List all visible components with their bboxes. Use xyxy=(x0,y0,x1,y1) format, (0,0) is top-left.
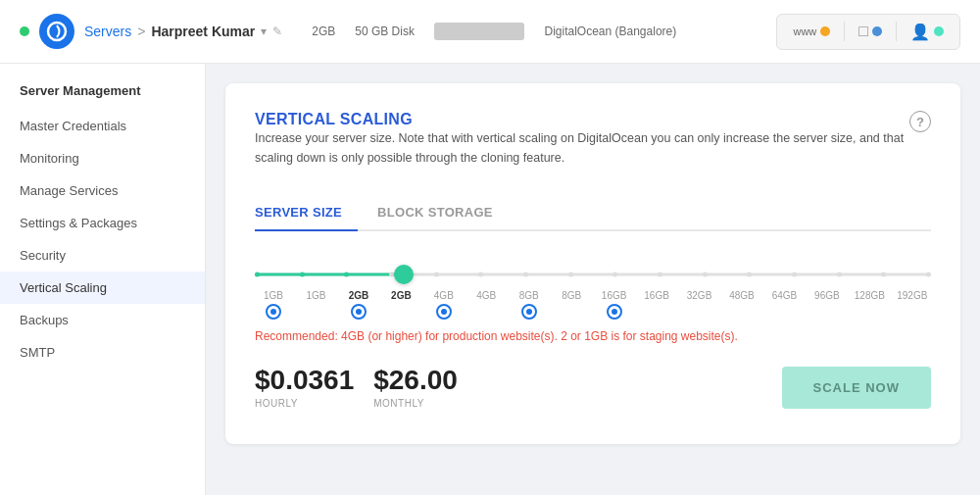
breadcrumb-separator: > xyxy=(137,24,145,39)
www-status-dot xyxy=(820,26,830,36)
svg-point-0 xyxy=(48,23,66,40)
server-meta: 2GB 50 GB Disk █████████ DigitalOcean (B… xyxy=(312,23,676,40)
pricing-row: $0.0361 HOURLY $26.00 MONTHLY SCALE NOW xyxy=(255,365,931,409)
breadcrumb: Servers > Harpreet Kumar ▾ ✎ xyxy=(84,24,282,39)
tab-server-size[interactable]: SERVER SIZE xyxy=(255,197,358,231)
check-icon-7 xyxy=(553,304,590,320)
sidebar-item-smtp[interactable]: SMTP xyxy=(0,336,205,369)
breadcrumb-servers[interactable]: Servers xyxy=(84,24,131,39)
check-icon-15 xyxy=(894,304,931,320)
refresh-circle-4 xyxy=(436,304,452,320)
check-icon-0 xyxy=(255,304,292,320)
help-icon[interactable]: ? xyxy=(909,111,931,132)
size-label-4: 4GB xyxy=(425,290,463,301)
sidebar-item-settings-packages[interactable]: Settings & Packages xyxy=(0,207,205,239)
size-label-1: 1GB xyxy=(297,290,334,301)
user-status-dot xyxy=(934,26,944,36)
card-header: VERTICAL SCALING Increase your server si… xyxy=(255,111,931,187)
check-icon-4 xyxy=(425,304,463,320)
app-logo xyxy=(39,14,74,49)
check-icon-14 xyxy=(851,304,888,320)
card-title: VERTICAL SCALING xyxy=(255,111,909,128)
hourly-label: HOURLY xyxy=(255,398,354,409)
nav-files[interactable]: □ xyxy=(853,21,888,42)
size-label-12: 64GB xyxy=(765,290,803,301)
check-icon-11 xyxy=(723,304,760,320)
size-label-14: 128GB xyxy=(851,290,888,301)
sidebar: Server Management Master Credentials Mon… xyxy=(0,64,206,495)
slider-visual xyxy=(255,265,931,284)
tab-block-storage[interactable]: BLOCK STORAGE xyxy=(377,197,509,231)
topbar-nav: www □ 👤 xyxy=(776,14,960,50)
check-icon-13 xyxy=(808,304,846,320)
scaling-card: VERTICAL SCALING Increase your server si… xyxy=(225,83,960,444)
size-label-8: 16GB xyxy=(596,290,633,301)
price-monthly: $26.00 MONTHLY xyxy=(373,365,458,409)
server-ip: █████████ xyxy=(434,23,525,40)
sidebar-item-master-credentials[interactable]: Master Credentials xyxy=(0,110,205,142)
sidebar-section-title: Server Management xyxy=(0,83,205,110)
nav-www[interactable]: www xyxy=(787,24,836,39)
slider-thumb[interactable] xyxy=(394,265,414,284)
dropdown-arrow-icon[interactable]: ▾ xyxy=(261,25,267,38)
server-provider: DigitalOcean (Bangalore) xyxy=(544,25,676,38)
size-label-7: 8GB xyxy=(553,290,590,301)
size-label-11: 48GB xyxy=(723,290,760,301)
size-label-3: 2GB xyxy=(382,290,419,301)
refresh-circle-2 xyxy=(351,304,367,320)
content-area: VERTICAL SCALING Increase your server si… xyxy=(206,64,980,495)
check-icon-6 xyxy=(511,304,548,320)
sidebar-item-manage-services[interactable]: Manage Services xyxy=(0,174,205,207)
size-label-2: 2GB xyxy=(340,290,377,301)
monthly-label: MONTHLY xyxy=(373,398,458,409)
size-label-13: 96GB xyxy=(808,290,846,301)
check-icon-9 xyxy=(638,304,675,320)
slider-filled xyxy=(255,273,404,276)
nav-divider-1 xyxy=(844,22,845,41)
size-label-15: 192GB xyxy=(894,290,931,301)
price-hourly: $0.0361 HOURLY xyxy=(255,365,354,409)
sidebar-item-vertical-scaling[interactable]: Vertical Scaling xyxy=(0,272,205,304)
sidebar-item-security[interactable]: Security xyxy=(0,239,205,272)
server-disk: 50 GB Disk xyxy=(355,25,415,38)
server-ram: 2GB xyxy=(312,25,335,38)
hourly-amount: $0.0361 xyxy=(255,365,354,396)
size-label-6: 8GB xyxy=(511,290,548,301)
breadcrumb-current: Harpreet Kumar xyxy=(151,24,255,39)
nav-divider-2 xyxy=(896,22,897,41)
check-icons-row xyxy=(255,304,931,320)
main-layout: Server Management Master Credentials Mon… xyxy=(0,64,980,495)
files-status-dot xyxy=(872,26,882,36)
recommendation-text: Recommended: 4GB (or higher) for product… xyxy=(255,329,931,343)
status-dot xyxy=(20,26,29,36)
refresh-circle-8 xyxy=(607,304,622,320)
check-icon-12 xyxy=(765,304,803,320)
sidebar-item-monitoring[interactable]: Monitoring xyxy=(0,142,205,174)
topbar-left: Servers > Harpreet Kumar ▾ ✎ 2GB 50 GB D… xyxy=(20,14,776,49)
sidebar-item-backups[interactable]: Backups xyxy=(0,304,205,336)
size-label-9: 16GB xyxy=(638,290,675,301)
check-icon-8 xyxy=(596,304,633,320)
slider-section: 1GB 1GB 2GB 2GB 4GB 4GB 8GB 8GB 16GB 16G… xyxy=(255,255,931,417)
card-description: Increase your server size. Note that wit… xyxy=(255,128,909,168)
refresh-circle-6 xyxy=(521,304,537,320)
scale-now-button[interactable]: SCALE NOW xyxy=(782,367,931,409)
files-icon: □ xyxy=(858,23,868,40)
check-icon-2 xyxy=(340,304,377,320)
nav-user[interactable]: 👤 xyxy=(905,21,950,43)
tab-bar: SERVER SIZE BLOCK STORAGE xyxy=(255,197,931,231)
edit-icon[interactable]: ✎ xyxy=(272,25,282,38)
refresh-circle-0 xyxy=(266,304,281,320)
check-icon-10 xyxy=(681,304,718,320)
topbar: Servers > Harpreet Kumar ▾ ✎ 2GB 50 GB D… xyxy=(0,0,980,64)
size-label-10: 32GB xyxy=(681,290,718,301)
size-label-5: 4GB xyxy=(467,290,505,301)
size-label-0: 1GB xyxy=(255,290,292,301)
check-icon-3 xyxy=(382,304,419,320)
check-icon-5 xyxy=(467,304,505,320)
slider-track[interactable] xyxy=(255,265,931,284)
www-label: www xyxy=(793,25,816,37)
user-icon: 👤 xyxy=(910,23,930,41)
monthly-amount: $26.00 xyxy=(373,365,458,396)
check-icon-1 xyxy=(297,304,334,320)
